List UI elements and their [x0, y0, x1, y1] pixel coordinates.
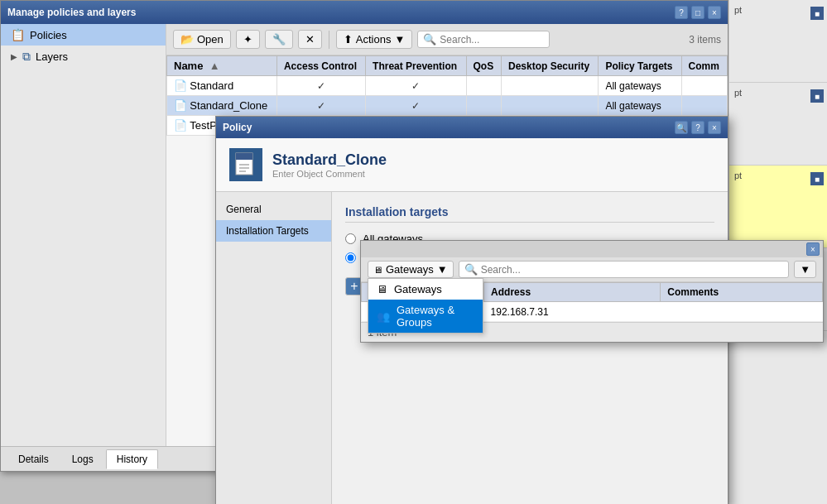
actions-chevron-icon: ▼ [394, 33, 405, 46]
nav-general[interactable]: General [216, 199, 331, 220]
sort-icon: ▲ [209, 60, 220, 72]
title-bar-controls: ? □ × [675, 6, 721, 19]
right-panel-item-highlight: pt ■ [729, 166, 827, 248]
dialog-search-btn[interactable]: 🔍 [675, 121, 688, 134]
object-comment: Enter Object Comment [272, 169, 387, 179]
filter-button[interactable]: ▼ [794, 261, 816, 278]
tool-button[interactable]: 🔧 [265, 30, 293, 49]
sidebar-item-layers-label: Layers [36, 50, 68, 63]
actions-button[interactable]: ⬆ Actions ▼ [336, 30, 413, 49]
row-desktop-security [502, 76, 599, 96]
right-panel-btn[interactable]: ■ [810, 7, 824, 20]
gw-col-address: Address [484, 283, 661, 302]
restore-button[interactable]: □ [691, 6, 704, 19]
table-row[interactable]: 📄 Standard_Clone ✓ ✓ All gateways [167, 96, 728, 116]
expand-arrow-icon: ▶ [11, 52, 17, 61]
section-title: Installation targets [345, 205, 714, 223]
dropdown-item-gateways-groups[interactable]: 👥 Gateways & Groups [368, 300, 483, 333]
row-desktop-security [502, 96, 599, 116]
object-name-area: Standard_Clone Enter Object Comment [272, 151, 387, 179]
row-policy-targets: All gateways [599, 96, 681, 116]
help-button[interactable]: ? [675, 6, 688, 19]
gateway-small-icon: 🖥 [373, 265, 382, 275]
filter-icon: ▼ [800, 263, 810, 276]
sidebar: 📋 Policies ▶ ⧉ Layers [1, 24, 166, 446]
nav-installation-targets[interactable]: Installation Targets [216, 220, 331, 242]
object-icon [229, 148, 262, 181]
gw-dropdown-container: 🖥 Gateways ▼ 🖥 Gateways 👥 Gateways & Gro… [368, 261, 454, 278]
policy-icon-svg [233, 151, 259, 178]
dialog-body: General Installation Targets Installatio… [216, 192, 728, 504]
dialog-help-btn[interactable]: ? [691, 121, 704, 134]
sidebar-item-layers[interactable]: ▶ ⧉ Layers [1, 46, 166, 68]
gateway-icon: 🖥 [377, 283, 387, 295]
row-threat-prevention: ✓ [366, 76, 466, 96]
dropdown-chevron-icon: ▼ [437, 263, 448, 276]
gw-selector-close-btn[interactable]: × [806, 242, 820, 256]
gw-row-address: 192.168.7.31 [484, 302, 661, 322]
object-header: Standard_Clone Enter Object Comment [216, 138, 728, 192]
right-panel-item: pt ■ [729, 83, 827, 166]
star-button[interactable]: ✦ [236, 30, 260, 49]
delete-button[interactable]: ✕ [298, 30, 322, 49]
search-box[interactable]: 🔍 [417, 31, 550, 48]
radio-specific-gateways-input[interactable] [345, 252, 356, 263]
policy-row-icon: 📄 [174, 79, 187, 92]
gw-row-comments [661, 302, 823, 322]
row-qos [466, 96, 502, 116]
policy-row-icon: 📄 [174, 99, 187, 112]
right-panel-text: pt [733, 3, 743, 17]
close-button[interactable]: × [708, 6, 721, 19]
tab-history[interactable]: History [106, 449, 158, 469]
dialog-controls: 🔍 ? × [675, 121, 721, 134]
col-qos: QoS [466, 56, 502, 76]
gw-search-box[interactable]: 🔍 [459, 261, 789, 278]
toolbar: 📂 Open ✦ 🔧 ✕ ⬆ Actions ▼ 🔍 3 items [166, 24, 728, 55]
actions-icon: ⬆ [344, 33, 353, 46]
actions-label: Actions [356, 33, 392, 46]
star-icon: ✦ [243, 33, 252, 46]
dialog-sidebar: General Installation Targets [216, 192, 332, 504]
tool-icon: 🔧 [272, 33, 286, 46]
gw-selector-top: × [361, 241, 823, 257]
policies-icon: 📋 [11, 28, 25, 41]
tab-details[interactable]: Details [7, 449, 60, 469]
col-access-control: Access Control [276, 56, 365, 76]
right-panel-item: pt ■ [729, 0, 827, 83]
col-name: Name ▲ [167, 56, 277, 76]
row-access-control: ✓ [276, 76, 365, 96]
dialog-title-bar: Policy 🔍 ? × [216, 117, 728, 138]
row-qos [466, 76, 502, 96]
radio-all-gateways-input[interactable] [345, 233, 356, 244]
col-threat-prevention: Threat Prevention [366, 56, 466, 76]
dropdown-gateways-label: Gateways [394, 283, 442, 295]
dialog-close-btn[interactable]: × [708, 121, 721, 134]
table-row[interactable]: 📄 Standard ✓ ✓ All gateways [167, 76, 728, 96]
dropdown-groups-label: Gateways & Groups [397, 304, 474, 329]
row-comm [681, 76, 728, 96]
right-panel-btn[interactable]: ■ [810, 89, 824, 103]
dropdown-item-gateways[interactable]: 🖥 Gateways [368, 279, 483, 300]
gateways-dropdown[interactable]: 🖥 Gateways ▼ [368, 261, 454, 278]
gw-toolbar: 🖥 Gateways ▼ 🖥 Gateways 👥 Gateways & Gro… [361, 257, 823, 282]
open-button[interactable]: 📂 Open [173, 30, 231, 49]
table-header-row: Name ▲ Access Control Threat Prevention … [167, 56, 728, 76]
dialog-content: Installation targets All gateways Specif… [332, 192, 728, 504]
gateway-selector: × 🖥 Gateways ▼ 🖥 Gateways 👥 Gateways & G… [360, 240, 824, 343]
row-access-control: ✓ [276, 96, 365, 116]
sidebar-item-policies[interactable]: 📋 Policies [1, 24, 166, 46]
sidebar-item-policies-label: Policies [30, 29, 67, 41]
right-panel-text: pt [733, 169, 743, 182]
gw-search-input[interactable] [481, 264, 783, 276]
items-count: 3 items [689, 34, 721, 46]
right-panel-btn[interactable]: ■ [810, 172, 824, 185]
open-icon: 📂 [180, 33, 194, 46]
delete-icon: ✕ [305, 33, 315, 46]
col-policy-targets: Policy Targets [599, 56, 681, 76]
tab-logs[interactable]: Logs [61, 449, 104, 469]
policy-row-icon: 📄 [174, 119, 187, 132]
search-input[interactable] [440, 34, 539, 46]
col-desktop-security: Desktop Security [502, 56, 599, 76]
object-name: Standard_Clone [272, 151, 387, 169]
main-window-title: Manage policies and layers [7, 7, 136, 18]
